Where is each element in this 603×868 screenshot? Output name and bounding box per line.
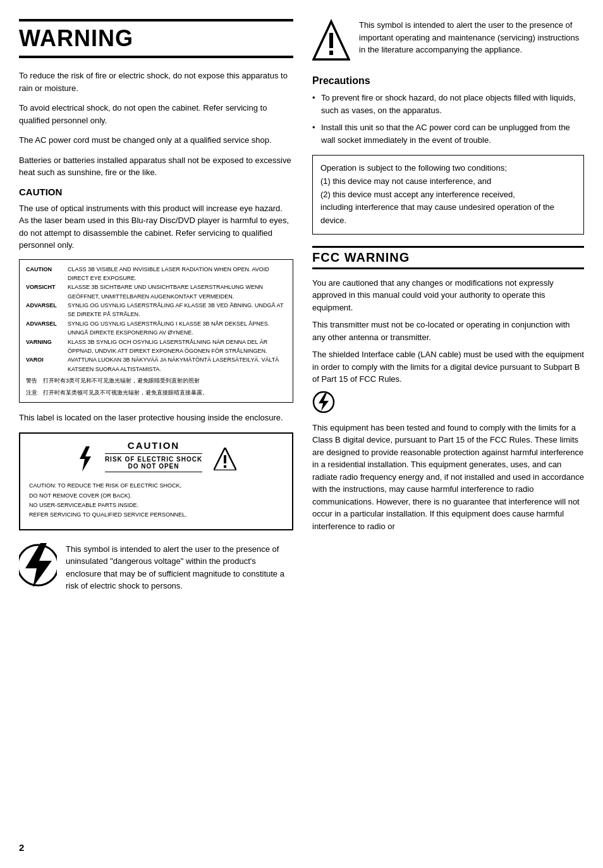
caution-box-lines: CAUTION: TO REDUCE THE RISK OF ELECTRIC … <box>29 481 283 520</box>
fcc-para-2: This transmitter must not be co-located … <box>312 319 584 343</box>
caution-line-2: DO NOT REMOVE COVER (OR BACK). <box>29 491 283 501</box>
svg-marker-4 <box>25 543 52 587</box>
laser-row-3: ADVARSEL SYNLIG OG USYNLIG LASERSTRÅLING… <box>26 301 286 319</box>
notice-line-4: including interference that may cause un… <box>320 201 576 228</box>
caution-box-icons: CAUTION RISK OF ELECTRIC SHOCKDO NOT OPE… <box>29 440 283 477</box>
lightning-symbol-img <box>19 543 57 589</box>
laser-row-5: VARNING KLASS 3B SYNLIG OCH OSYNLIG LASE… <box>26 338 286 356</box>
left-column: WARNING To reduce the risk of fire or el… <box>19 19 293 592</box>
svg-rect-3 <box>224 465 226 468</box>
caution-title: CAUTION <box>19 186 293 197</box>
caution-line-1: CAUTION: TO REDUCE THE RISK OF ELECTRIC … <box>29 481 283 491</box>
laser-chinese-2: 注意 打开时有某类顿可见及不可视激光辐射，避免直接眼晴直接暴露。 <box>26 388 286 397</box>
lightning-symbol-section: This symbol is intended to alert the use… <box>19 543 293 592</box>
laser-row-1: CAUTION CLASS 3B VISIBLE AND INVISIBLE L… <box>26 265 286 283</box>
notice-box: Operation is subject to the following tw… <box>312 155 584 235</box>
warning-para-2: To avoid electrical shock, do not open t… <box>19 102 293 126</box>
svg-marker-10 <box>319 393 329 411</box>
fcc-icon-svg <box>312 391 335 413</box>
laser-chinese-1: 警告 打开时有3类可见和不可见激光辐射，避免眼睛受到直射的照射 <box>26 376 286 385</box>
notice-line-1: Operation is subject to the following tw… <box>320 162 576 175</box>
exclaim-symbol-img <box>312 19 350 64</box>
caution-box-center-text: CAUTION RISK OF ELECTRIC SHOCKDO NOT OPE… <box>105 440 202 477</box>
laser-row-6: VAROI AVATTUNA LUOKAN 3B NÄKYVÄÄ JA NÄKY… <box>26 355 286 374</box>
lightning-large-icon <box>19 543 57 587</box>
warning-para-3: The AC power cord must be changed only a… <box>19 134 293 147</box>
exclamation-large-icon <box>312 19 350 62</box>
lightning-symbol-text: This symbol is intended to alert the use… <box>66 543 293 592</box>
precaution-item-2: Install this unit so that the AC power c… <box>312 121 584 146</box>
warning-title: WARNING <box>19 19 293 58</box>
warning-para-1: To reduce the risk of fire or electric s… <box>19 70 293 94</box>
notice-line-3: (2) this device must accept any interfer… <box>320 188 576 202</box>
fcc-para-1: You are cautioned that any changes or mo… <box>312 277 584 314</box>
right-column: This symbol is intended to alert the use… <box>312 19 584 592</box>
caution-line-3: NO USER-SERVICEABLE PARTS INSIDE. <box>29 501 283 510</box>
caution-box-title: CAUTION <box>105 440 202 451</box>
caution-line-4: REFER SERVICING TO QUALIFIED SERVICE PER… <box>29 510 283 520</box>
label-description: This label is located on the laser prote… <box>19 412 293 424</box>
svg-marker-0 <box>80 446 91 472</box>
laser-row-4: ADVARSEL SYNLIG OG USYNLIG LASERSTRÅLING… <box>26 319 286 338</box>
precaution-item-1: To prevent fire or shock hazard, do not … <box>312 92 584 116</box>
laser-label-box: CAUTION CLASS 3B VISIBLE AND INVISIBLE L… <box>19 259 293 403</box>
warning-text: To reduce the risk of fire or electric s… <box>19 70 293 179</box>
warning-para-4: Batteries or batteries installed apparat… <box>19 154 293 179</box>
svg-rect-2 <box>224 455 226 463</box>
precautions-title: Precautions <box>312 75 584 87</box>
svg-rect-7 <box>329 33 333 48</box>
caution-box-sub: RISK OF ELECTRIC SHOCKDO NOT OPEN <box>105 453 202 472</box>
fcc-lightning-icon <box>312 391 584 418</box>
laser-row-2: VORSICHT KLASSE 3B SICHTBARE UND UNSICHT… <box>26 283 286 301</box>
lightning-left-icon <box>76 446 94 472</box>
fcc-para-3: The shielded Interface cable (LAN cable)… <box>312 348 584 386</box>
precautions-list: To prevent fire or shock hazard, do not … <box>312 92 584 146</box>
page-number: 2 <box>19 842 24 853</box>
notice-line-2: (1) this device may not cause interferen… <box>320 175 576 188</box>
fcc-body-text: This equipment has been tested and found… <box>312 422 584 533</box>
exclaim-symbol-section: This symbol is intended to alert the use… <box>312 19 584 64</box>
fcc-warning-title: FCC WARNING <box>312 246 584 269</box>
caution-text: The use of optical instruments with this… <box>19 202 293 252</box>
exclaim-symbol-text: This symbol is intended to alert the use… <box>359 19 584 56</box>
electric-shock-caution-box: CAUTION RISK OF ELECTRIC SHOCKDO NOT OPE… <box>19 432 293 530</box>
svg-rect-8 <box>329 51 333 55</box>
exclamation-right-icon <box>214 448 236 470</box>
